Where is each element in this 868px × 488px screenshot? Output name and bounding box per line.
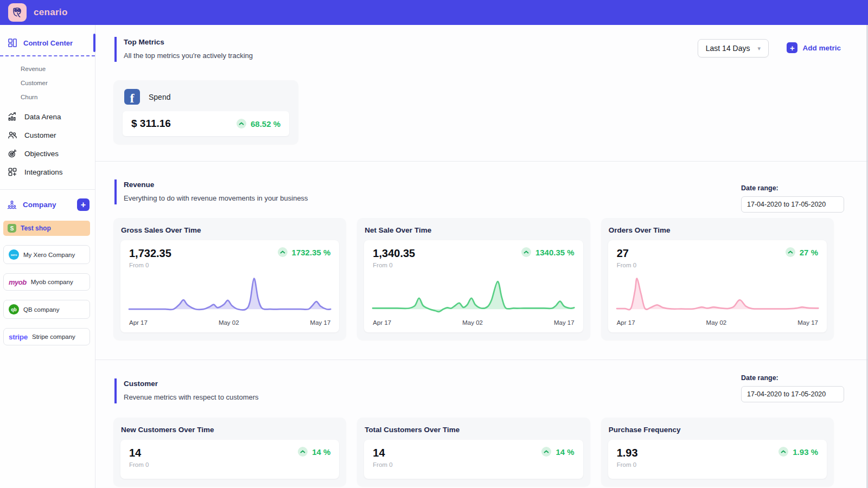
metric-value: 14 [373,447,392,459]
arrow-up-icon [298,447,308,457]
company-item-quickbooks[interactable]: qb QB company [3,300,90,319]
top-bar: cenario [0,0,868,25]
sidebar-item-control-center[interactable]: Control Center [0,34,95,52]
metric-value: $ 311.16 [131,118,171,130]
brand-name: cenario [34,7,68,18]
sidebar-item-label: Integrations [24,168,63,176]
sidebar-divider [0,189,95,190]
main-content: Top Metrics All the top metrics you're a… [95,25,868,488]
chart-panel: 14 From 0 14 % [120,440,339,479]
change-badge: 1.93 % [778,447,818,457]
top-metrics-section: Top Metrics All the top metrics you're a… [95,25,868,162]
change-badge: 68.52 % [237,119,280,129]
quickbooks-icon: qb [9,304,19,314]
x-tick: May 17 [310,319,331,326]
dashboard-layout-icon [7,37,18,48]
dashed-divider [0,55,95,56]
change-badge: 1732.35 % [278,247,331,257]
company-item-xero[interactable]: xero My Xero Company [3,245,90,264]
change-value: 68.52 % [251,119,280,129]
sidebar-subitem-revenue[interactable]: Revenue [21,62,95,76]
company-item-test-shop[interactable]: S Test shop [3,221,90,236]
company-name: QB company [23,306,59,313]
sparkline-chart [617,271,818,316]
facebook-icon: f [124,89,140,105]
date-range-input[interactable]: 17-04-2020 to 17-05-2020 [741,386,844,402]
chart-title: Orders Over Time [601,218,834,240]
page: cenario Control Center Revenue Customer [0,0,868,488]
metric-baseline: From 0 [617,262,636,268]
chart-panel: 1.93 From 0 1.93 % [608,440,827,479]
chart-title: Net Sale Over Time [357,218,590,240]
plus-icon: + [787,42,797,53]
company-name: My Xero Company [23,252,75,258]
chevron-down-icon: ▾ [757,45,761,52]
arrow-up-icon [541,447,551,457]
add-metric-label: Add metric [802,44,841,52]
change-value: 14 % [312,447,330,457]
sidebar-item-data-arena[interactable]: Data Arena [0,107,95,126]
chart-card-gross-sales: Gross Sales Over Time 1,732.35 From 0 [113,218,346,340]
metric-value-card: $ 311.16 68.52 % [123,111,289,136]
sidebar-item-label: Data Arena [24,113,61,121]
change-badge: 14 % [298,447,330,457]
metric-value: 1,732.35 [129,247,171,260]
customer-charts-row: New Customers Over Time 14 From 0 [113,418,834,486]
chart-panel: 1,340.35 From 0 1340.35 % [364,240,583,332]
sparkline-chart [129,271,330,316]
x-tick: May 02 [462,319,483,326]
app-logo[interactable] [8,3,27,22]
company-section-header: Company + [0,197,95,212]
metric-value: 1.93 [617,447,638,459]
chart-title: Total Customers Over Time [357,418,590,440]
arrow-up-icon [237,119,246,129]
date-range-input[interactable]: 17-04-2020 to 17-05-2020 [741,196,844,213]
add-metric-button[interactable]: + Add metric [787,42,841,53]
stripe-icon: stripe [9,333,28,341]
sidebar-subitem-churn[interactable]: Churn [21,90,95,104]
metric-baseline: From 0 [373,461,392,468]
owl-icon [11,7,23,18]
sidebar-item-customer[interactable]: Customer [0,126,95,144]
x-tick: Apr 17 [373,319,391,326]
xero-icon: xero [9,249,19,260]
x-tick: May 02 [706,319,727,326]
x-axis-ticks: Apr 17 May 02 May 17 [373,316,574,329]
metric-label: Spend [149,93,170,101]
myob-icon: myob [9,278,27,286]
metric-baseline: From 0 [373,262,415,268]
sidebar-item-objectives[interactable]: Objectives [0,144,95,163]
change-value: 1.93 % [793,447,818,457]
metric-value: 1,340.35 [373,247,415,260]
chart-panel: 27 From 0 27 % [608,240,827,332]
sidebar-item-label: Customer [24,131,56,139]
sidebar-item-integrations[interactable]: Integrations [0,163,95,181]
add-company-button[interactable]: + [77,198,90,211]
chart-title: New Customers Over Time [113,418,346,440]
chart-panel: 1,732.35 From 0 1732.35 % [120,240,339,332]
trending-bar-chart-icon [7,111,18,122]
metric-baseline: From 0 [617,461,638,468]
target-icon [7,148,18,159]
chart-card-new-customers: New Customers Over Time 14 From 0 [113,418,346,486]
org-chart-icon [7,200,17,210]
sidebar: Control Center Revenue Customer Churn [0,25,95,488]
period-dropdown[interactable]: Last 14 Days ▾ [698,39,769,57]
blocks-plus-icon [7,166,18,177]
chart-title: Purchase Frequency [601,418,834,440]
company-item-myob[interactable]: myob Myob company [3,273,90,291]
company-item-stripe[interactable]: stripe Stripe company [3,328,90,345]
x-tick: May 17 [554,319,575,326]
shopify-icon: S [8,224,16,233]
change-badge: 14 % [541,447,574,457]
x-axis-ticks: Apr 17 May 02 May 17 [617,316,818,329]
metric-value: 14 [129,447,149,459]
people-icon [7,130,18,140]
sidebar-subitem-customer[interactable]: Customer [21,76,95,90]
x-axis-ticks: Apr 17 May 02 May 17 [129,316,330,329]
date-range-label: Date range: [741,184,844,192]
x-tick: May 02 [219,319,239,326]
sparkline-chart [373,271,574,316]
metric-baseline: From 0 [129,461,149,468]
x-tick: May 17 [797,319,818,326]
